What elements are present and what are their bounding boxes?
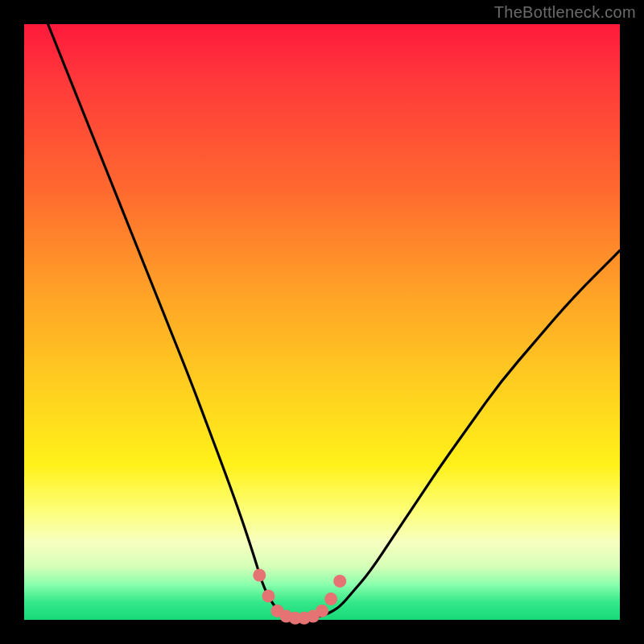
valley-dot bbox=[333, 575, 346, 588]
plot-area bbox=[24, 24, 620, 620]
watermark-text: TheBottleneck.com bbox=[494, 3, 636, 22]
valley-dot bbox=[253, 569, 266, 582]
valley-dot bbox=[324, 592, 337, 605]
valley-dot bbox=[262, 589, 275, 602]
bottleneck-curve-path bbox=[48, 24, 620, 618]
chart-svg bbox=[24, 24, 620, 620]
chart-stage: TheBottleneck.com bbox=[0, 0, 644, 644]
valley-dots-group bbox=[253, 569, 346, 625]
valley-dot bbox=[316, 605, 328, 617]
